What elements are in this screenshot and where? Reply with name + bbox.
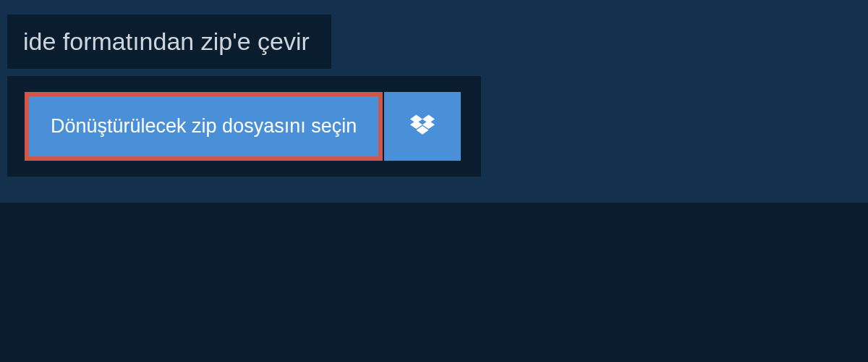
dropbox-button[interactable] <box>384 92 461 161</box>
page-title: ide formatından zip'e çevir <box>23 28 310 56</box>
dropbox-icon <box>410 114 435 139</box>
select-file-button[interactable]: Dönüştürülecek zip dosyasını seçin <box>25 92 383 161</box>
action-panel: Dönüştürülecek zip dosyasını seçin <box>7 76 481 177</box>
header-tab: ide formatından zip'e çevir <box>7 14 331 69</box>
bottom-strip <box>0 203 868 362</box>
